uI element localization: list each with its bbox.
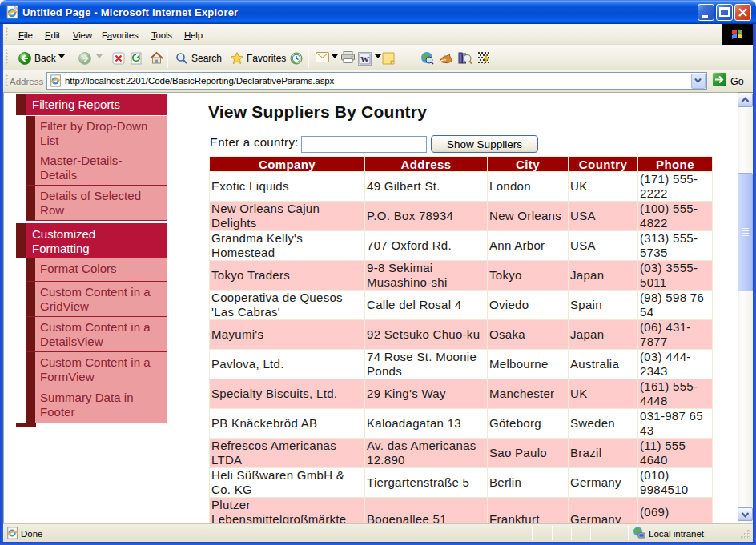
- svg-text:W: W: [360, 54, 369, 64]
